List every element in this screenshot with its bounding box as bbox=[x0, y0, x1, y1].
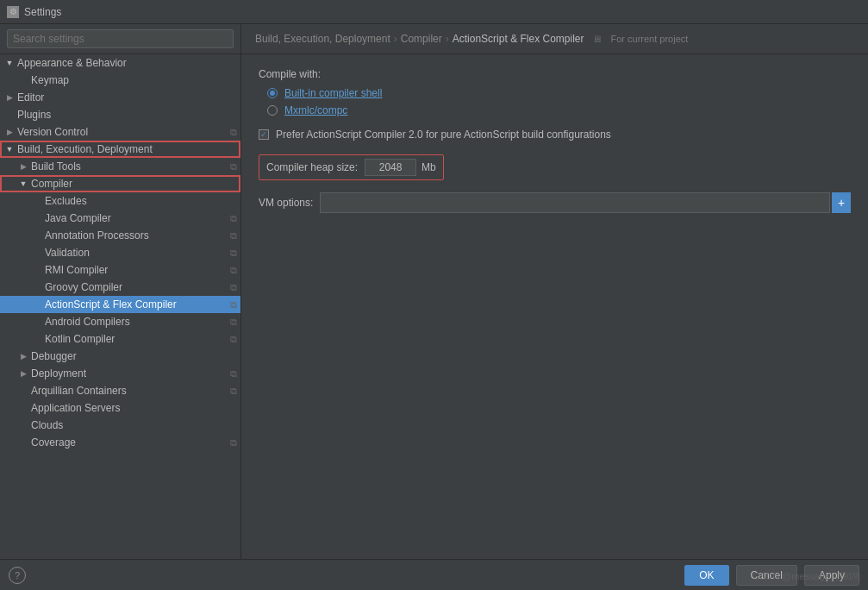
vm-options-row: VM options: + bbox=[259, 192, 851, 213]
content-area: ▼Appearance & BehaviorKeymap▶EditorPlugi… bbox=[0, 24, 868, 559]
arrow-deployment: ▶ bbox=[17, 369, 29, 378]
label-coverage: Coverage bbox=[29, 436, 227, 449]
prefer-checkbox-label: Prefer ActionScript Compiler 2.0 for pur… bbox=[276, 129, 611, 141]
window-title: Settings bbox=[24, 6, 61, 18]
heap-size-label: Compiler heap size: bbox=[266, 161, 358, 173]
radio-label-mxmlc[interactable]: Mxmlc/compc bbox=[284, 104, 347, 116]
help-button[interactable]: ? bbox=[9, 567, 26, 584]
sidebar-item-rmi-compiler[interactable]: RMI Compiler⧉ bbox=[0, 261, 240, 279]
radio-built-in[interactable]: Built-in compiler shell bbox=[259, 87, 851, 99]
sidebar-item-android-compilers[interactable]: Android Compilers⧉ bbox=[0, 313, 240, 330]
settings-copy-icon-android-compilers: ⧉ bbox=[230, 317, 237, 328]
sidebar-item-compiler[interactable]: ▼Compiler bbox=[0, 175, 240, 192]
radio-btn-built-in[interactable] bbox=[267, 88, 278, 98]
label-editor: Editor bbox=[16, 91, 237, 104]
ok-button[interactable]: OK bbox=[684, 565, 728, 586]
settings-copy-icon-annotation-proc: ⧉ bbox=[230, 230, 237, 242]
sidebar-item-app-servers[interactable]: Application Servers bbox=[0, 399, 240, 417]
bottom-bar: ? OK Cancel Apply bbox=[0, 559, 868, 590]
compile-with-section: Compile with: Built-in compiler shell Mx… bbox=[259, 68, 851, 116]
sidebar-item-annotation-proc[interactable]: Annotation Processors⧉ bbox=[0, 227, 240, 244]
main-container: ▼Appearance & BehaviorKeymap▶EditorPlugi… bbox=[0, 24, 868, 590]
title-bar: ⚙ Settings bbox=[0, 0, 868, 24]
sidebar-item-editor[interactable]: ▶Editor bbox=[0, 89, 240, 106]
label-app-servers: Application Servers bbox=[29, 402, 237, 414]
prefer-checkbox[interactable] bbox=[259, 129, 269, 140]
sidebar-item-excludes[interactable]: Excludes bbox=[0, 192, 240, 210]
vm-options-input[interactable] bbox=[320, 192, 830, 213]
settings-copy-icon-version-control: ⧉ bbox=[230, 127, 237, 138]
label-plugins: Plugins bbox=[16, 109, 237, 121]
sidebar-item-actionscript-compiler[interactable]: ActionScript & Flex Compiler⧉ bbox=[0, 296, 240, 313]
settings-copy-icon-validation: ⧉ bbox=[230, 248, 237, 259]
settings-copy-icon-coverage: ⧉ bbox=[230, 437, 237, 449]
sidebar-item-debugger[interactable]: ▶Debugger bbox=[0, 348, 240, 365]
label-actionscript-compiler: ActionScript & Flex Compiler bbox=[43, 298, 227, 311]
settings-copy-icon-arquillian: ⧉ bbox=[230, 386, 237, 397]
sidebar-item-groovy-compiler[interactable]: Groovy Compiler⧉ bbox=[0, 279, 240, 296]
sidebar-item-version-control[interactable]: ▶Version Control⧉ bbox=[0, 123, 240, 141]
label-arquillian: Arquillian Containers bbox=[29, 385, 227, 397]
breadcrumb-part-2: ActionScript & Flex Compiler bbox=[453, 33, 584, 45]
sidebar-item-build-exec[interactable]: ▼Build, Execution, Deployment bbox=[0, 141, 240, 158]
settings-copy-icon-rmi-compiler: ⧉ bbox=[230, 265, 237, 276]
heap-size-unit: Mb bbox=[422, 161, 436, 173]
breadcrumb-part-1: Compiler bbox=[401, 33, 442, 45]
prefer-checkbox-row[interactable]: Prefer ActionScript Compiler 2.0 for pur… bbox=[259, 129, 851, 141]
vm-add-button[interactable]: + bbox=[832, 192, 851, 213]
sidebar-item-clouds[interactable]: Clouds bbox=[0, 417, 240, 434]
breadcrumb: Build, Execution, Deployment › Compiler … bbox=[241, 24, 868, 54]
sidebar-item-arquillian[interactable]: Arquillian Containers⧉ bbox=[0, 382, 240, 399]
sidebar-item-kotlin-compiler[interactable]: Kotlin Compiler⧉ bbox=[0, 330, 240, 348]
label-android-compilers: Android Compilers bbox=[43, 316, 227, 328]
sidebar-item-build-tools[interactable]: ▶Build Tools⧉ bbox=[0, 158, 240, 175]
label-kotlin-compiler: Kotlin Compiler bbox=[43, 333, 227, 345]
settings-panel: Compile with: Built-in compiler shell Mx… bbox=[241, 54, 868, 559]
settings-icon-2: 🖥 bbox=[592, 34, 602, 44]
arrow-compiler: ▼ bbox=[17, 179, 29, 188]
arrow-appearance: ▼ bbox=[3, 59, 16, 67]
sidebar-item-deployment[interactable]: ▶Deployment⧉ bbox=[0, 365, 240, 382]
sidebar: ▼Appearance & BehaviorKeymap▶EditorPlugi… bbox=[0, 24, 241, 559]
breadcrumb-sep-0: › bbox=[394, 33, 397, 45]
breadcrumb-note: For current project bbox=[610, 34, 688, 44]
label-appearance: Appearance & Behavior bbox=[16, 57, 237, 69]
sidebar-item-appearance[interactable]: ▼Appearance & Behavior bbox=[0, 54, 240, 72]
heap-size-section: Compiler heap size: Mb bbox=[259, 154, 851, 180]
label-annotation-proc: Annotation Processors bbox=[43, 229, 227, 242]
label-build-tools: Build Tools bbox=[29, 160, 227, 173]
label-groovy-compiler: Groovy Compiler bbox=[43, 281, 227, 293]
settings-copy-icon-kotlin-compiler: ⧉ bbox=[230, 334, 237, 345]
search-box bbox=[0, 24, 240, 54]
sidebar-item-plugins[interactable]: Plugins bbox=[0, 106, 240, 123]
label-clouds: Clouds bbox=[29, 419, 237, 431]
label-rmi-compiler: RMI Compiler bbox=[43, 264, 227, 276]
radio-btn-mxmlc[interactable] bbox=[267, 105, 278, 116]
sidebar-item-coverage[interactable]: Coverage⧉ bbox=[0, 434, 240, 451]
heap-size-input[interactable] bbox=[365, 159, 416, 176]
label-java-compiler: Java Compiler bbox=[43, 212, 227, 224]
settings-copy-icon-java-compiler: ⧉ bbox=[230, 213, 237, 224]
arrow-build-tools: ▶ bbox=[17, 162, 29, 171]
label-version-control: Version Control bbox=[16, 126, 227, 138]
heap-size-row: Compiler heap size: Mb bbox=[259, 154, 444, 180]
settings-icon: ⚙ bbox=[7, 6, 19, 18]
radio-label-built-in[interactable]: Built-in compiler shell bbox=[284, 87, 382, 99]
sidebar-item-validation[interactable]: Validation⧉ bbox=[0, 244, 240, 261]
breadcrumb-part-0: Build, Execution, Deployment bbox=[255, 33, 390, 45]
label-validation: Validation bbox=[43, 247, 227, 259]
sidebar-item-keymap[interactable]: Keymap bbox=[0, 72, 240, 89]
sidebar-item-java-compiler[interactable]: Java Compiler⧉ bbox=[0, 210, 240, 227]
compile-with-label: Compile with: bbox=[259, 68, 851, 80]
breadcrumb-sep-1: › bbox=[446, 33, 449, 45]
settings-copy-icon-groovy-compiler: ⧉ bbox=[230, 282, 237, 293]
main-content: Build, Execution, Deployment › Compiler … bbox=[241, 24, 868, 559]
search-input[interactable] bbox=[7, 29, 234, 48]
help-icon: ? bbox=[15, 570, 20, 581]
arrow-debugger: ▶ bbox=[17, 352, 29, 361]
arrow-editor: ▶ bbox=[3, 93, 16, 102]
arrow-build-exec: ▼ bbox=[3, 145, 16, 154]
label-keymap: Keymap bbox=[29, 74, 237, 86]
radio-mxmlc[interactable]: Mxmlc/compc bbox=[259, 104, 851, 116]
label-deployment: Deployment bbox=[29, 367, 227, 380]
